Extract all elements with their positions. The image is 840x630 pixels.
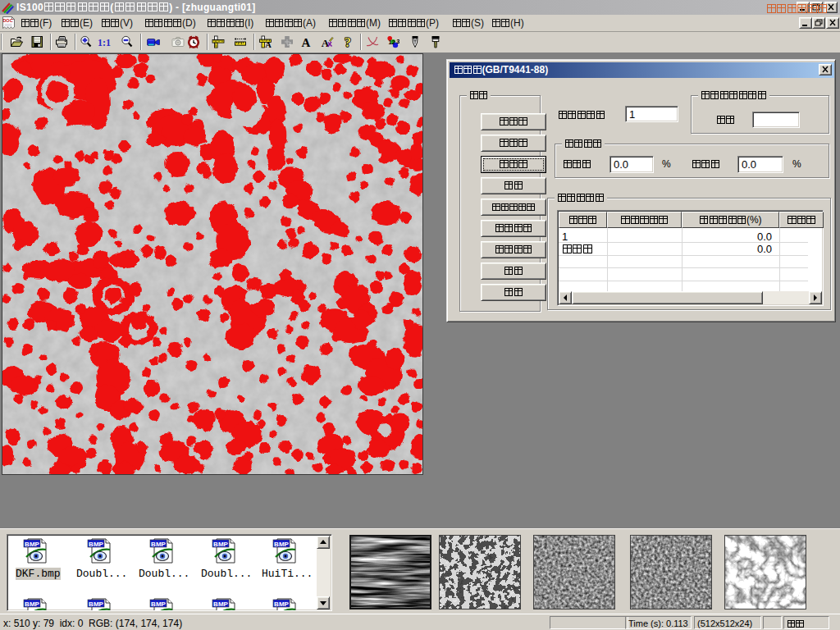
svg-text:BMP: BMP	[274, 600, 289, 608]
svg-text:BMP: BMP	[89, 541, 103, 548]
svg-text:BMP: BMP	[213, 541, 228, 548]
svg-text:BMP: BMP	[25, 600, 39, 608]
svg-text:2: 2	[392, 39, 395, 46]
svg-text:BMP: BMP	[151, 600, 166, 608]
svg-text:A: A	[265, 40, 272, 48]
svg-text:BMP: BMP	[25, 541, 39, 548]
svg-text:1:1: 1:1	[98, 37, 111, 48]
svg-text:DOC: DOC	[2, 18, 12, 23]
svg-text:BMP: BMP	[274, 541, 289, 548]
svg-text:BMP: BMP	[151, 541, 166, 548]
svg-text:BMP: BMP	[89, 600, 103, 608]
svg-text:A: A	[302, 36, 311, 48]
svg-text:?: ?	[345, 35, 351, 48]
svg-text:3: 3	[396, 38, 399, 45]
svg-text:BMP: BMP	[213, 600, 228, 608]
